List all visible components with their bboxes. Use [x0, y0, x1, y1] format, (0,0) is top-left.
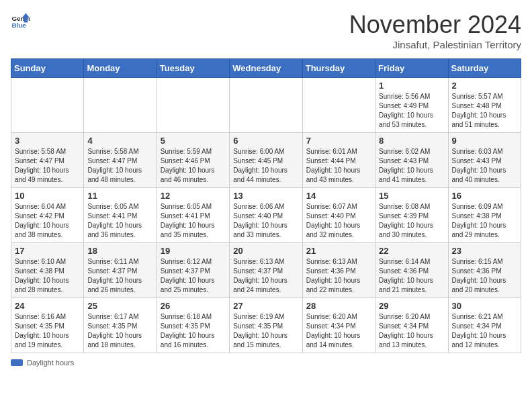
day-info: Sunrise: 6:07 AM Sunset: 4:40 PM Dayligh… [306, 202, 371, 240]
header-day-tuesday: Tuesday [157, 59, 229, 78]
calendar-week-row: 17Sunrise: 6:10 AM Sunset: 4:38 PM Dayli… [11, 243, 521, 298]
day-info: Sunrise: 6:02 AM Sunset: 4:43 PM Dayligh… [379, 147, 444, 185]
day-number: 16 [452, 191, 517, 201]
day-info: Sunrise: 6:18 AM Sunset: 4:35 PM Dayligh… [161, 312, 226, 350]
calendar-table: SundayMondayTuesdayWednesdayThursdayFrid… [11, 58, 521, 353]
day-info: Sunrise: 6:10 AM Sunset: 4:38 PM Dayligh… [15, 257, 80, 295]
day-info: Sunrise: 5:59 AM Sunset: 4:46 PM Dayligh… [161, 147, 226, 185]
calendar-week-row: 24Sunrise: 6:16 AM Sunset: 4:35 PM Dayli… [11, 298, 521, 353]
calendar-cell: 15Sunrise: 6:08 AM Sunset: 4:39 PM Dayli… [375, 188, 448, 243]
calendar-cell: 2Sunrise: 5:57 AM Sunset: 4:48 PM Daylig… [448, 78, 521, 133]
day-info: Sunrise: 6:05 AM Sunset: 4:41 PM Dayligh… [161, 202, 226, 240]
day-number: 29 [379, 301, 444, 311]
day-number: 13 [233, 191, 298, 201]
calendar-cell [157, 78, 229, 133]
day-number: 24 [15, 301, 80, 311]
calendar-cell: 25Sunrise: 6:17 AM Sunset: 4:35 PM Dayli… [84, 298, 157, 353]
day-info: Sunrise: 6:08 AM Sunset: 4:39 PM Dayligh… [379, 202, 444, 240]
calendar-cell: 18Sunrise: 6:11 AM Sunset: 4:37 PM Dayli… [84, 243, 157, 298]
calendar-cell: 13Sunrise: 6:06 AM Sunset: 4:40 PM Dayli… [230, 188, 302, 243]
legend: Daylight hours [11, 359, 521, 367]
day-info: Sunrise: 6:00 AM Sunset: 4:45 PM Dayligh… [233, 147, 298, 185]
calendar-cell: 17Sunrise: 6:10 AM Sunset: 4:38 PM Dayli… [11, 243, 84, 298]
calendar-header-row: SundayMondayTuesdayWednesdayThursdayFrid… [11, 59, 521, 78]
title-area: November 2024 Jinsafut, Palestinian Terr… [349, 11, 521, 50]
calendar-cell [230, 78, 302, 133]
day-info: Sunrise: 6:11 AM Sunset: 4:37 PM Dayligh… [87, 257, 152, 295]
day-info: Sunrise: 5:58 AM Sunset: 4:47 PM Dayligh… [15, 147, 80, 185]
day-number: 5 [161, 136, 226, 146]
day-number: 9 [452, 136, 517, 146]
header-day-wednesday: Wednesday [230, 59, 302, 78]
header-day-saturday: Saturday [448, 59, 521, 78]
day-number: 7 [306, 136, 371, 146]
day-number: 20 [233, 246, 298, 256]
calendar-cell: 16Sunrise: 6:09 AM Sunset: 4:38 PM Dayli… [448, 188, 521, 243]
calendar-cell: 4Sunrise: 5:58 AM Sunset: 4:47 PM Daylig… [84, 133, 157, 188]
day-info: Sunrise: 6:14 AM Sunset: 4:36 PM Dayligh… [379, 257, 444, 295]
day-number: 8 [379, 136, 444, 146]
calendar-cell: 14Sunrise: 6:07 AM Sunset: 4:40 PM Dayli… [302, 188, 375, 243]
day-info: Sunrise: 6:01 AM Sunset: 4:44 PM Dayligh… [306, 147, 371, 185]
calendar-cell: 24Sunrise: 6:16 AM Sunset: 4:35 PM Dayli… [11, 298, 84, 353]
day-number: 30 [452, 301, 517, 311]
header-day-friday: Friday [375, 59, 448, 78]
day-info: Sunrise: 6:15 AM Sunset: 4:36 PM Dayligh… [452, 257, 517, 295]
day-number: 4 [87, 136, 152, 146]
day-number: 25 [87, 301, 152, 311]
day-number: 21 [306, 246, 371, 256]
calendar-cell: 23Sunrise: 6:15 AM Sunset: 4:36 PM Dayli… [448, 243, 521, 298]
calendar-cell: 9Sunrise: 6:03 AM Sunset: 4:43 PM Daylig… [448, 133, 521, 188]
day-info: Sunrise: 6:12 AM Sunset: 4:37 PM Dayligh… [161, 257, 226, 295]
calendar-cell [84, 78, 157, 133]
location-subtitle: Jinsafut, Palestinian Territory [349, 39, 521, 50]
calendar-cell: 12Sunrise: 6:05 AM Sunset: 4:41 PM Dayli… [157, 188, 229, 243]
logo: General Blue [11, 11, 30, 30]
day-number: 2 [452, 81, 517, 91]
day-number: 22 [379, 246, 444, 256]
legend-color-box [11, 359, 23, 366]
day-info: Sunrise: 6:21 AM Sunset: 4:34 PM Dayligh… [452, 312, 517, 350]
day-number: 23 [452, 246, 517, 256]
day-info: Sunrise: 5:57 AM Sunset: 4:48 PM Dayligh… [452, 92, 517, 130]
day-info: Sunrise: 6:17 AM Sunset: 4:35 PM Dayligh… [87, 312, 152, 350]
day-number: 3 [15, 136, 80, 146]
day-number: 27 [233, 301, 298, 311]
calendar-cell: 5Sunrise: 5:59 AM Sunset: 4:46 PM Daylig… [157, 133, 229, 188]
svg-text:Blue: Blue [11, 21, 26, 29]
day-info: Sunrise: 6:19 AM Sunset: 4:35 PM Dayligh… [233, 312, 298, 350]
calendar-cell: 30Sunrise: 6:21 AM Sunset: 4:34 PM Dayli… [448, 298, 521, 353]
day-number: 28 [306, 301, 371, 311]
calendar-cell: 11Sunrise: 6:05 AM Sunset: 4:41 PM Dayli… [84, 188, 157, 243]
day-number: 6 [233, 136, 298, 146]
day-info: Sunrise: 5:56 AM Sunset: 4:49 PM Dayligh… [379, 92, 444, 130]
day-info: Sunrise: 6:13 AM Sunset: 4:36 PM Dayligh… [306, 257, 371, 295]
header-day-thursday: Thursday [302, 59, 375, 78]
day-info: Sunrise: 6:13 AM Sunset: 4:37 PM Dayligh… [233, 257, 298, 295]
day-info: Sunrise: 6:09 AM Sunset: 4:38 PM Dayligh… [452, 202, 517, 240]
day-number: 15 [379, 191, 444, 201]
calendar-cell: 22Sunrise: 6:14 AM Sunset: 4:36 PM Dayli… [375, 243, 448, 298]
header-day-monday: Monday [84, 59, 157, 78]
day-number: 1 [379, 81, 444, 91]
calendar-cell: 28Sunrise: 6:20 AM Sunset: 4:34 PM Dayli… [302, 298, 375, 353]
calendar-cell [11, 78, 84, 133]
calendar-week-row: 10Sunrise: 6:04 AM Sunset: 4:42 PM Dayli… [11, 188, 521, 243]
day-info: Sunrise: 6:16 AM Sunset: 4:35 PM Dayligh… [15, 312, 80, 350]
day-info: Sunrise: 6:20 AM Sunset: 4:34 PM Dayligh… [379, 312, 444, 350]
daylight-label: Daylight hours [27, 359, 74, 367]
calendar-cell: 21Sunrise: 6:13 AM Sunset: 4:36 PM Dayli… [302, 243, 375, 298]
calendar-cell [302, 78, 375, 133]
calendar-cell: 7Sunrise: 6:01 AM Sunset: 4:44 PM Daylig… [302, 133, 375, 188]
day-info: Sunrise: 6:05 AM Sunset: 4:41 PM Dayligh… [87, 202, 152, 240]
day-info: Sunrise: 5:58 AM Sunset: 4:47 PM Dayligh… [87, 147, 152, 185]
calendar-cell: 6Sunrise: 6:00 AM Sunset: 4:45 PM Daylig… [230, 133, 302, 188]
day-info: Sunrise: 6:03 AM Sunset: 4:43 PM Dayligh… [452, 147, 517, 185]
calendar-cell: 26Sunrise: 6:18 AM Sunset: 4:35 PM Dayli… [157, 298, 229, 353]
calendar-week-row: 3Sunrise: 5:58 AM Sunset: 4:47 PM Daylig… [11, 133, 521, 188]
day-number: 14 [306, 191, 371, 201]
day-number: 26 [161, 301, 226, 311]
calendar-cell: 1Sunrise: 5:56 AM Sunset: 4:49 PM Daylig… [375, 78, 448, 133]
day-number: 11 [87, 191, 152, 201]
calendar-cell: 10Sunrise: 6:04 AM Sunset: 4:42 PM Dayli… [11, 188, 84, 243]
